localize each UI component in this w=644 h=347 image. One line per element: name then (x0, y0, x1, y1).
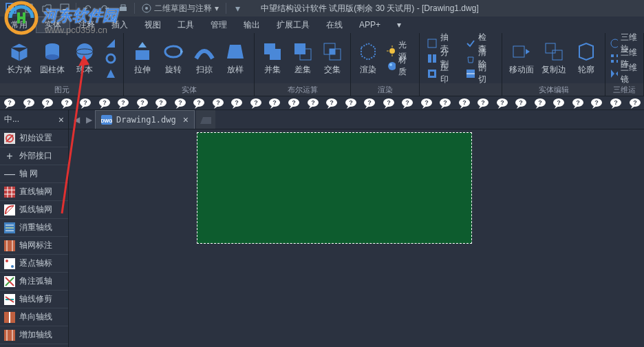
help-icon[interactable]: ? (3, 98, 17, 109)
box-button[interactable]: 长方体 (4, 41, 34, 76)
help-icon[interactable]: ? (22, 98, 36, 109)
render-button[interactable]: 渲染 (355, 41, 381, 76)
side-item-axis-grid[interactable]: —轴 网 (0, 165, 68, 183)
help-icon[interactable]: ? (230, 98, 244, 109)
help-icon[interactable]: ? (287, 98, 301, 109)
help-icon[interactable]: ? (98, 98, 111, 109)
help-icon[interactable]: ? (344, 98, 358, 109)
cylinder-button[interactable]: 圆柱体 (37, 41, 67, 76)
help-icon[interactable]: ? (60, 98, 74, 109)
menu-extend[interactable]: 扩展工具 (268, 17, 318, 33)
menu-app[interactable]: APP+ (351, 17, 389, 33)
cone-button[interactable] (103, 67, 119, 81)
help-icon[interactable]: ? (154, 98, 168, 109)
copyedge-button[interactable]: 复制边 (539, 41, 568, 76)
help-icon[interactable]: ? (382, 98, 396, 109)
help-icon[interactable]: ? (306, 98, 320, 109)
help-icon[interactable]: ? (211, 98, 225, 109)
svg-text:?: ? (633, 99, 637, 106)
help-icon[interactable]: ? (438, 98, 452, 109)
side-item-dedup[interactable]: 消重轴线 (0, 219, 68, 237)
undo-icon[interactable]: ↶ (79, 1, 96, 15)
help-icon[interactable]: ? (363, 98, 376, 109)
3dmirror-button[interactable]: 三维镜 (607, 67, 642, 81)
help-icon[interactable]: ? (495, 98, 509, 109)
help-icon[interactable]: ? (514, 98, 528, 109)
slice-button[interactable]: 剖切 (462, 67, 498, 81)
side-item-angle-arc[interactable]: 角注弧轴 (0, 273, 68, 291)
material-button[interactable]: 材质 (384, 59, 415, 73)
help-icon[interactable]: ? (325, 98, 339, 109)
close-icon[interactable]: × (58, 114, 64, 125)
menu-annotate[interactable]: 注释 (70, 17, 103, 33)
help-icon[interactable]: ? (116, 98, 130, 109)
moveface-button[interactable]: 移动面 (506, 41, 536, 76)
help-icon[interactable]: ? (458, 98, 471, 109)
menu-view[interactable]: 视图 (136, 17, 169, 33)
help-icon[interactable]: ? (420, 98, 433, 109)
save-icon[interactable] (56, 1, 73, 15)
menu-output[interactable]: 输出 (235, 17, 268, 33)
new-icon[interactable] (21, 1, 37, 15)
wedge-button[interactable] (103, 36, 119, 50)
side-item-init[interactable]: 初始设置 (0, 129, 68, 147)
tab-next-icon[interactable]: ▶ (83, 110, 95, 129)
imprint-button[interactable]: 压印 (424, 67, 460, 81)
help-icon[interactable]: ? (192, 98, 206, 109)
workspace-dropdown[interactable]: 二维草图与注释 ▾ (138, 3, 223, 14)
redo-icon[interactable]: ↷ (97, 1, 114, 15)
menu-tools[interactable]: 工具 (169, 17, 202, 33)
menu-manage[interactable]: 管理 (202, 17, 235, 33)
help-icon[interactable]: ? (628, 98, 642, 109)
help-icon[interactable]: ? (41, 98, 54, 109)
svg-rect-39 (513, 46, 524, 57)
help-icon[interactable]: ? (268, 98, 281, 109)
side-item-add-axis[interactable]: 增加轴线 (0, 326, 68, 344)
help-icon[interactable]: ? (571, 98, 585, 109)
help-icon[interactable]: ? (400, 98, 414, 109)
sphere-button[interactable]: 球本 (69, 41, 100, 76)
tab-add-button[interactable] (196, 110, 215, 129)
svg-rect-3 (25, 4, 32, 12)
intersect-button[interactable]: 交集 (319, 41, 346, 76)
help-icon[interactable]: ? (533, 98, 547, 109)
side-panel-tab[interactable]: 中... × (0, 110, 68, 129)
help-icon[interactable]: ? (136, 98, 149, 109)
menu-expand-icon[interactable]: ▾ (389, 17, 409, 33)
help-icon[interactable]: ? (476, 98, 490, 109)
torus-button[interactable] (103, 52, 119, 65)
help-icon[interactable]: ? (173, 98, 187, 109)
help-icon[interactable]: ? (552, 98, 566, 109)
side-item-point-label[interactable]: 逐点轴标 (0, 255, 68, 273)
help-icon[interactable]: ? (590, 98, 603, 109)
side-item-arc-grid[interactable]: 弧线轴网 (0, 201, 68, 219)
side-item-grid-label[interactable]: 轴网标注 (0, 237, 68, 255)
drawing-canvas[interactable] (69, 129, 644, 347)
loft-button[interactable]: 放样 (222, 41, 250, 76)
side-item-single-axis[interactable]: 单向轴线 (0, 308, 68, 326)
help-icon[interactable]: ? (609, 98, 623, 109)
help-icon[interactable]: ? (249, 98, 263, 109)
tab-close-icon[interactable]: × (183, 114, 189, 125)
tab-prev-icon[interactable]: ◀ (70, 110, 83, 129)
file-tab[interactable]: DWG Drawing1.dwg × (95, 110, 195, 129)
menu-online[interactable]: 在线 (318, 17, 351, 33)
menu-solid[interactable]: 实体 (36, 17, 70, 33)
app-menu-icon[interactable] (3, 1, 19, 15)
svg-text:?: ? (557, 99, 561, 106)
side-item-external[interactable]: +外部接口 (0, 147, 68, 165)
open-icon[interactable] (39, 1, 55, 15)
silhouette-button[interactable]: 轮廓 (571, 41, 601, 76)
revolve-button[interactable]: 旋转 (159, 41, 187, 76)
extrude-button[interactable]: 拉伸 (128, 41, 156, 76)
subtract-button[interactable]: 差集 (289, 41, 316, 76)
help-icon[interactable]: ? (78, 98, 92, 109)
sweep-button[interactable]: 扫掠 (191, 41, 219, 76)
side-item-trim-axis[interactable]: 轴线修剪 (0, 291, 68, 308)
print-icon[interactable] (115, 1, 131, 15)
union-button[interactable]: 并集 (259, 41, 286, 76)
menu-home[interactable]: 常用 (3, 17, 36, 33)
side-item-line-grid[interactable]: 直线轴网 (0, 183, 68, 201)
menu-insert[interactable]: 插入 (103, 17, 136, 33)
dropdown-icon[interactable]: ▾ (229, 1, 246, 15)
